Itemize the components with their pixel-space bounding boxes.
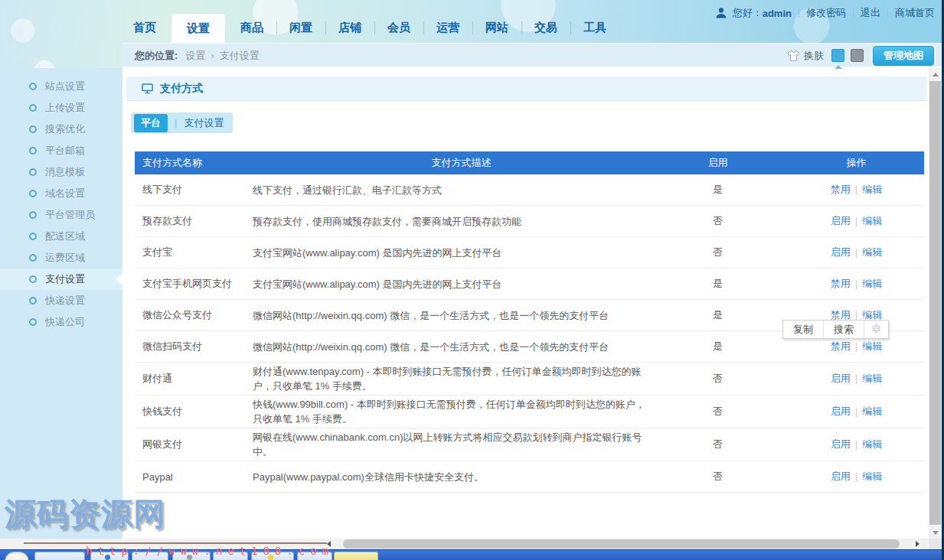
sidebar-item[interactable]: 平台邮箱 <box>0 140 122 161</box>
edit-link[interactable]: 编辑 <box>862 184 882 195</box>
nav-tab[interactable]: 店铺 <box>325 13 374 43</box>
toggle-enable-link[interactable]: 禁用 <box>831 340 851 352</box>
breadcrumb-prefix: 您的位置: <box>135 49 178 63</box>
sidebar-item[interactable]: 快递公司 <box>0 311 122 333</box>
account-link[interactable]: 退出 <box>861 6 880 20</box>
skin-swatch-gray[interactable] <box>851 49 864 62</box>
sidebar-item[interactable]: 平台管理员 <box>0 204 122 226</box>
payment-description: 网银在线(www.chinabank.com.cn)以网上转账方式将相应交易款划… <box>253 428 670 461</box>
taskbar-start-button[interactable] <box>5 552 29 560</box>
edit-link[interactable]: 编辑 <box>862 215 882 226</box>
sidebar-item[interactable]: 配送区域 <box>0 226 122 247</box>
taskbar-button[interactable] <box>172 552 211 560</box>
nav-tab[interactable]: 会员 <box>374 13 423 43</box>
edit-link[interactable]: 编辑 <box>862 246 882 258</box>
sidebar-item[interactable]: 搜索优化 <box>0 119 122 140</box>
taskbar-button[interactable] <box>213 552 248 560</box>
action-separator: | <box>855 215 857 226</box>
payment-description: 快钱(www.99bill.com) - 本即时到账接口无需预付费，任何订单金额… <box>253 396 670 428</box>
toggle-enable-link[interactable]: 启用 <box>831 470 851 482</box>
enabled-value: 否 <box>670 214 766 228</box>
sidebar-item[interactable]: 运费区域 <box>0 247 122 269</box>
enabled-value: 是 <box>670 308 766 322</box>
column-header-desc: 支付方式描述 <box>253 156 670 170</box>
context-search-button[interactable]: 搜索 <box>823 321 864 338</box>
action-separator: | <box>855 405 857 417</box>
toggle-enable-link[interactable]: 启用 <box>831 405 851 417</box>
sidebar-item[interactable]: 消息模板 <box>0 161 122 183</box>
nav-tab[interactable]: 闲置 <box>276 13 325 43</box>
context-settings-gear-icon[interactable] <box>864 321 888 338</box>
horizontal-scrollbar-thumb[interactable] <box>343 539 900 549</box>
taskbar-button[interactable] <box>297 552 332 560</box>
edit-link[interactable]: 编辑 <box>862 373 882 384</box>
edit-link[interactable]: 编辑 <box>862 438 882 450</box>
edit-link[interactable]: 编辑 <box>862 309 882 321</box>
toggle-enable-link[interactable]: 启用 <box>831 438 851 450</box>
bullet-icon <box>29 125 37 133</box>
taskbar-button[interactable] <box>90 552 129 560</box>
payment-description: 支付宝网站(www.alipay.com) 是国内先进的网上支付平台 <box>253 244 670 262</box>
os-taskbar <box>0 549 944 560</box>
taskbar-button-icon <box>105 555 110 560</box>
sidebar-item-label: 支付设置 <box>45 272 85 286</box>
scrollbar-corner <box>929 539 942 549</box>
nav-tab[interactable]: 设置 <box>171 13 226 43</box>
nav-tab[interactable]: 运营 <box>423 13 472 43</box>
toggle-enable-link[interactable]: 禁用 <box>831 309 851 321</box>
bullet-icon <box>29 190 37 197</box>
account-link[interactable]: 商城首页 <box>895 6 935 20</box>
scroll-right-arrow[interactable] <box>916 541 920 547</box>
vertical-scrollbar-thumb[interactable] <box>929 81 941 525</box>
sidebar-item[interactable]: 域名设置 <box>0 183 122 204</box>
taskbar-button[interactable] <box>34 552 85 560</box>
tab-platform[interactable]: 平台 <box>134 114 168 132</box>
toggle-enable-link[interactable]: 启用 <box>831 215 851 226</box>
table-row: 网银支付 网银在线(www.chinabank.com.cn)以网上转账方式将相… <box>135 428 924 461</box>
toggle-enable-link[interactable]: 禁用 <box>831 278 851 289</box>
toggle-enable-link[interactable]: 禁用 <box>831 184 851 195</box>
scroll-up-arrow[interactable] <box>929 68 942 80</box>
sidebar-item[interactable]: 站点设置 <box>0 76 122 97</box>
sidebar-item[interactable]: 快递设置 <box>0 290 122 311</box>
nav-tab[interactable]: 首页 <box>120 13 169 43</box>
action-separator: | <box>855 278 857 289</box>
row-actions: 禁用|编辑 <box>766 277 924 291</box>
edit-link[interactable]: 编辑 <box>862 278 882 289</box>
breadcrumb-section[interactable]: 设置 <box>185 49 205 63</box>
sidebar-item-label: 配送区域 <box>45 230 85 243</box>
edit-link[interactable]: 编辑 <box>862 340 882 352</box>
nav-tab[interactable]: 工具 <box>570 13 619 43</box>
bullet-icon <box>29 233 37 240</box>
bullet-icon <box>29 254 37 262</box>
manage-map-button[interactable]: 管理地图 <box>873 46 934 66</box>
tab-separator: | <box>175 117 177 129</box>
change-skin-button[interactable]: 换肤 <box>804 49 824 63</box>
nav-tab[interactable]: 交易 <box>521 13 570 43</box>
sidebar-item[interactable]: 上传设置 <box>0 97 122 119</box>
payment-name: 快钱支付 <box>135 405 253 418</box>
taskbar-button[interactable] <box>132 552 168 560</box>
taskbar-button-icon <box>187 555 192 560</box>
tab-payment-settings[interactable]: 支付设置 <box>184 116 224 130</box>
sidebar-item[interactable]: 支付设置 <box>0 269 122 290</box>
account-link[interactable]: 修改密码 <box>806 6 846 20</box>
scroll-down-arrow[interactable] <box>929 526 942 539</box>
edit-link[interactable]: 编辑 <box>862 470 882 482</box>
taskbar-button-active[interactable] <box>334 552 378 560</box>
toggle-enable-link[interactable]: 启用 <box>831 246 851 258</box>
toggle-enable-link[interactable]: 启用 <box>831 373 851 384</box>
sidebar-item-label: 域名设置 <box>45 187 85 200</box>
scroll-left-arrow[interactable] <box>327 541 331 547</box>
account-separator <box>853 8 854 18</box>
column-header-actions: 操作 <box>766 156 924 170</box>
table-row: 支付宝手机网页支付 支付宝网站(www.alipay.com) 是国内先进的网上… <box>135 269 924 300</box>
nav-tab[interactable]: 商品 <box>227 13 276 43</box>
nav-tab[interactable]: 网站 <box>472 13 521 43</box>
edit-link[interactable]: 编辑 <box>862 405 882 417</box>
taskbar-button[interactable] <box>251 552 294 560</box>
context-copy-button[interactable]: 复制 <box>783 321 823 338</box>
page-title: 支付方式 <box>160 82 203 96</box>
skin-swatch-blue[interactable] <box>831 49 844 62</box>
sidebar-item-label: 平台邮箱 <box>45 144 85 158</box>
